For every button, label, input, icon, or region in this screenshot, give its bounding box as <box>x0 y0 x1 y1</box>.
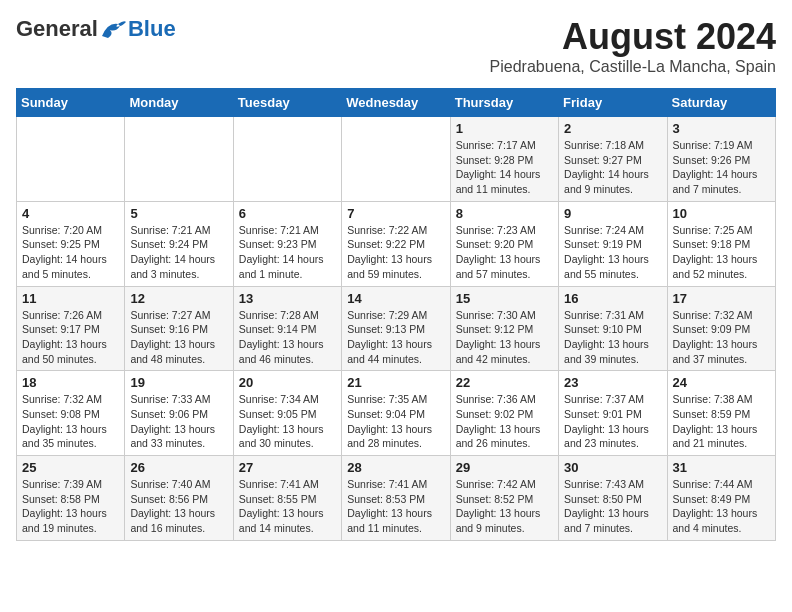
day-info: Sunrise: 7:27 AMSunset: 9:16 PMDaylight:… <box>130 308 227 367</box>
calendar-cell: 25Sunrise: 7:39 AMSunset: 8:58 PMDayligh… <box>17 456 125 541</box>
day-number: 29 <box>456 460 553 475</box>
calendar-cell: 10Sunrise: 7:25 AMSunset: 9:18 PMDayligh… <box>667 201 775 286</box>
calendar-cell: 22Sunrise: 7:36 AMSunset: 9:02 PMDayligh… <box>450 371 558 456</box>
day-info: Sunrise: 7:24 AMSunset: 9:19 PMDaylight:… <box>564 223 661 282</box>
calendar-cell: 11Sunrise: 7:26 AMSunset: 9:17 PMDayligh… <box>17 286 125 371</box>
day-number: 22 <box>456 375 553 390</box>
calendar-cell: 27Sunrise: 7:41 AMSunset: 8:55 PMDayligh… <box>233 456 341 541</box>
calendar-body: 1Sunrise: 7:17 AMSunset: 9:28 PMDaylight… <box>17 117 776 541</box>
weekday-header-monday: Monday <box>125 89 233 117</box>
calendar-cell <box>17 117 125 202</box>
day-info: Sunrise: 7:21 AMSunset: 9:23 PMDaylight:… <box>239 223 336 282</box>
logo-general: General <box>16 16 98 42</box>
day-info: Sunrise: 7:39 AMSunset: 8:58 PMDaylight:… <box>22 477 119 536</box>
calendar-week-1: 1Sunrise: 7:17 AMSunset: 9:28 PMDaylight… <box>17 117 776 202</box>
day-number: 25 <box>22 460 119 475</box>
calendar-cell <box>125 117 233 202</box>
weekday-header-sunday: Sunday <box>17 89 125 117</box>
day-number: 9 <box>564 206 661 221</box>
day-info: Sunrise: 7:21 AMSunset: 9:24 PMDaylight:… <box>130 223 227 282</box>
day-info: Sunrise: 7:20 AMSunset: 9:25 PMDaylight:… <box>22 223 119 282</box>
weekday-header-tuesday: Tuesday <box>233 89 341 117</box>
day-info: Sunrise: 7:28 AMSunset: 9:14 PMDaylight:… <box>239 308 336 367</box>
calendar-cell: 29Sunrise: 7:42 AMSunset: 8:52 PMDayligh… <box>450 456 558 541</box>
calendar-cell: 1Sunrise: 7:17 AMSunset: 9:28 PMDaylight… <box>450 117 558 202</box>
day-number: 6 <box>239 206 336 221</box>
day-info: Sunrise: 7:36 AMSunset: 9:02 PMDaylight:… <box>456 392 553 451</box>
calendar-cell: 30Sunrise: 7:43 AMSunset: 8:50 PMDayligh… <box>559 456 667 541</box>
day-number: 19 <box>130 375 227 390</box>
day-info: Sunrise: 7:32 AMSunset: 9:09 PMDaylight:… <box>673 308 770 367</box>
day-number: 11 <box>22 291 119 306</box>
day-info: Sunrise: 7:38 AMSunset: 8:59 PMDaylight:… <box>673 392 770 451</box>
weekday-header-friday: Friday <box>559 89 667 117</box>
calendar-header: SundayMondayTuesdayWednesdayThursdayFrid… <box>17 89 776 117</box>
day-info: Sunrise: 7:44 AMSunset: 8:49 PMDaylight:… <box>673 477 770 536</box>
calendar-cell: 17Sunrise: 7:32 AMSunset: 9:09 PMDayligh… <box>667 286 775 371</box>
day-info: Sunrise: 7:43 AMSunset: 8:50 PMDaylight:… <box>564 477 661 536</box>
day-number: 1 <box>456 121 553 136</box>
page-subtitle: Piedrabuena, Castille-La Mancha, Spain <box>490 58 776 76</box>
calendar-cell: 16Sunrise: 7:31 AMSunset: 9:10 PMDayligh… <box>559 286 667 371</box>
day-info: Sunrise: 7:17 AMSunset: 9:28 PMDaylight:… <box>456 138 553 197</box>
day-number: 10 <box>673 206 770 221</box>
page-header: General Blue August 2024 Piedrabuena, Ca… <box>16 16 776 76</box>
day-info: Sunrise: 7:35 AMSunset: 9:04 PMDaylight:… <box>347 392 444 451</box>
page-title: August 2024 <box>490 16 776 58</box>
day-info: Sunrise: 7:34 AMSunset: 9:05 PMDaylight:… <box>239 392 336 451</box>
day-number: 30 <box>564 460 661 475</box>
calendar-cell: 24Sunrise: 7:38 AMSunset: 8:59 PMDayligh… <box>667 371 775 456</box>
day-info: Sunrise: 7:22 AMSunset: 9:22 PMDaylight:… <box>347 223 444 282</box>
day-number: 21 <box>347 375 444 390</box>
calendar-cell: 28Sunrise: 7:41 AMSunset: 8:53 PMDayligh… <box>342 456 450 541</box>
calendar-cell: 18Sunrise: 7:32 AMSunset: 9:08 PMDayligh… <box>17 371 125 456</box>
day-info: Sunrise: 7:23 AMSunset: 9:20 PMDaylight:… <box>456 223 553 282</box>
calendar-week-3: 11Sunrise: 7:26 AMSunset: 9:17 PMDayligh… <box>17 286 776 371</box>
day-number: 12 <box>130 291 227 306</box>
day-number: 5 <box>130 206 227 221</box>
day-info: Sunrise: 7:40 AMSunset: 8:56 PMDaylight:… <box>130 477 227 536</box>
calendar-cell <box>342 117 450 202</box>
calendar-cell: 4Sunrise: 7:20 AMSunset: 9:25 PMDaylight… <box>17 201 125 286</box>
weekday-header-saturday: Saturday <box>667 89 775 117</box>
day-info: Sunrise: 7:25 AMSunset: 9:18 PMDaylight:… <box>673 223 770 282</box>
calendar-week-2: 4Sunrise: 7:20 AMSunset: 9:25 PMDaylight… <box>17 201 776 286</box>
calendar-cell: 21Sunrise: 7:35 AMSunset: 9:04 PMDayligh… <box>342 371 450 456</box>
day-info: Sunrise: 7:30 AMSunset: 9:12 PMDaylight:… <box>456 308 553 367</box>
calendar-cell: 2Sunrise: 7:18 AMSunset: 9:27 PMDaylight… <box>559 117 667 202</box>
calendar-cell: 13Sunrise: 7:28 AMSunset: 9:14 PMDayligh… <box>233 286 341 371</box>
logo: General Blue <box>16 16 176 42</box>
logo-blue: Blue <box>128 16 176 42</box>
day-info: Sunrise: 7:31 AMSunset: 9:10 PMDaylight:… <box>564 308 661 367</box>
day-number: 2 <box>564 121 661 136</box>
day-number: 13 <box>239 291 336 306</box>
day-number: 26 <box>130 460 227 475</box>
logo-bird-icon <box>100 18 128 40</box>
day-number: 15 <box>456 291 553 306</box>
calendar-cell: 8Sunrise: 7:23 AMSunset: 9:20 PMDaylight… <box>450 201 558 286</box>
day-number: 27 <box>239 460 336 475</box>
calendar-cell <box>233 117 341 202</box>
day-info: Sunrise: 7:29 AMSunset: 9:13 PMDaylight:… <box>347 308 444 367</box>
weekday-header-wednesday: Wednesday <box>342 89 450 117</box>
day-info: Sunrise: 7:41 AMSunset: 8:55 PMDaylight:… <box>239 477 336 536</box>
day-number: 20 <box>239 375 336 390</box>
calendar-week-4: 18Sunrise: 7:32 AMSunset: 9:08 PMDayligh… <box>17 371 776 456</box>
calendar-cell: 31Sunrise: 7:44 AMSunset: 8:49 PMDayligh… <box>667 456 775 541</box>
day-number: 7 <box>347 206 444 221</box>
calendar-cell: 5Sunrise: 7:21 AMSunset: 9:24 PMDaylight… <box>125 201 233 286</box>
title-block: August 2024 Piedrabuena, Castille-La Man… <box>490 16 776 76</box>
weekday-row: SundayMondayTuesdayWednesdayThursdayFrid… <box>17 89 776 117</box>
day-info: Sunrise: 7:37 AMSunset: 9:01 PMDaylight:… <box>564 392 661 451</box>
day-number: 16 <box>564 291 661 306</box>
day-number: 14 <box>347 291 444 306</box>
day-info: Sunrise: 7:32 AMSunset: 9:08 PMDaylight:… <box>22 392 119 451</box>
day-info: Sunrise: 7:33 AMSunset: 9:06 PMDaylight:… <box>130 392 227 451</box>
day-info: Sunrise: 7:26 AMSunset: 9:17 PMDaylight:… <box>22 308 119 367</box>
calendar-cell: 15Sunrise: 7:30 AMSunset: 9:12 PMDayligh… <box>450 286 558 371</box>
day-number: 8 <box>456 206 553 221</box>
calendar-cell: 19Sunrise: 7:33 AMSunset: 9:06 PMDayligh… <box>125 371 233 456</box>
day-number: 28 <box>347 460 444 475</box>
day-info: Sunrise: 7:18 AMSunset: 9:27 PMDaylight:… <box>564 138 661 197</box>
day-info: Sunrise: 7:42 AMSunset: 8:52 PMDaylight:… <box>456 477 553 536</box>
